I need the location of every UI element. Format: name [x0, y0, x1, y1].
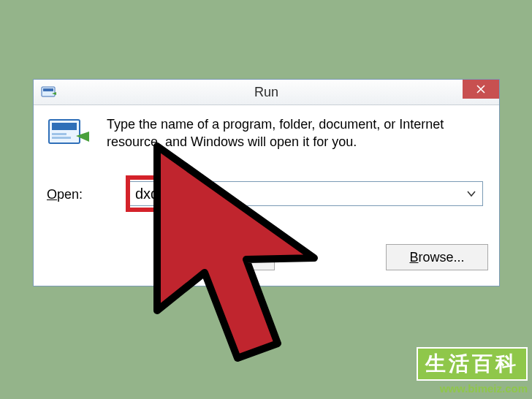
browse-button-accel: B	[409, 250, 418, 265]
svg-rect-5	[52, 137, 71, 139]
dialog-body: Type the name of a program, folder, docu…	[34, 105, 499, 285]
svg-rect-3	[52, 123, 77, 130]
watermark-logo: 生活百科	[417, 347, 528, 381]
browse-button[interactable]: Browse...	[386, 244, 488, 270]
close-icon	[476, 85, 485, 94]
chevron-down-icon[interactable]	[466, 187, 476, 203]
titlebar[interactable]: Run	[34, 80, 499, 105]
open-label: Open:	[47, 187, 83, 202]
ok-button[interactable]: OK	[172, 244, 275, 270]
close-button[interactable]	[463, 80, 499, 99]
dialog-description: Type the name of a program, folder, docu…	[107, 115, 486, 151]
watermark: 生活百科 www.bimeiz.com	[417, 347, 528, 395]
svg-rect-4	[52, 133, 66, 135]
run-dialog: Run Type the name of a program, folder, …	[33, 79, 500, 286]
open-label-accel: O	[47, 187, 57, 202]
open-combobox[interactable]	[127, 181, 483, 206]
ok-button-label: OK	[214, 250, 233, 265]
dialog-title: Run	[34, 85, 499, 100]
watermark-url: www.bimeiz.com	[417, 382, 528, 395]
open-input[interactable]	[128, 182, 464, 205]
run-icon-large	[47, 115, 91, 152]
